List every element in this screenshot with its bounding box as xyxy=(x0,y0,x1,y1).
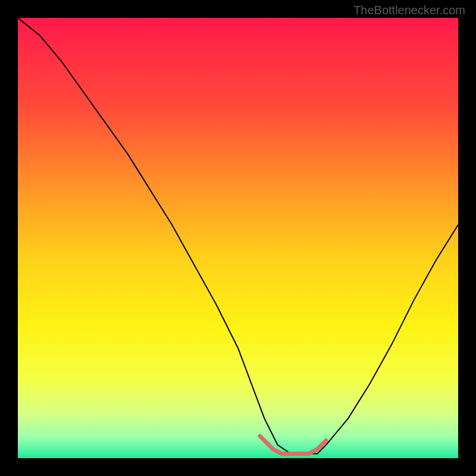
chart-svg xyxy=(18,18,458,458)
bottleneck-chart xyxy=(18,18,458,458)
watermark-label: TheBottlenecker.com xyxy=(353,4,465,17)
background-gradient-rect xyxy=(18,18,458,458)
